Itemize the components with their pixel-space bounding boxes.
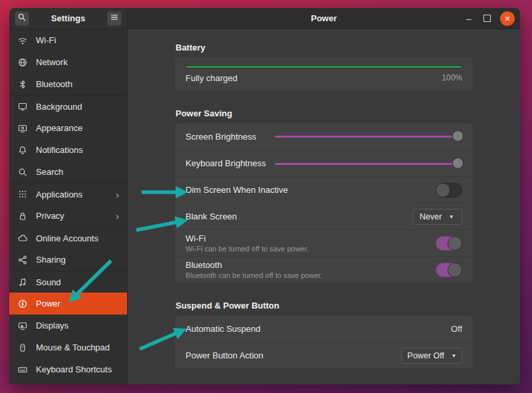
music-note-icon	[17, 277, 28, 287]
sidebar-item-network[interactable]: Network	[9, 51, 127, 73]
sidebar-item-search[interactable]: Search	[9, 161, 127, 183]
chevron-down-icon: ▾	[452, 352, 456, 359]
sidebar-item-label: Applications	[36, 190, 82, 199]
app-grid-icon	[17, 189, 28, 199]
sidebar-item-label: Network	[36, 57, 68, 67]
bluetooth-row: Bluetooth Bluetooth can be turned off to…	[175, 256, 473, 283]
sidebar-item-label: Bluetooth	[36, 79, 72, 89]
sidebar-item-appearance[interactable]: Appearance	[9, 117, 127, 139]
sidebar-item-sound[interactable]: Sound	[9, 271, 127, 293]
wifi-label: Wi-Fi	[186, 233, 309, 243]
battery-section: Battery Fully charged 100%	[174, 43, 473, 91]
sidebar-item-applications[interactable]: Applications ›	[9, 183, 127, 205]
sidebar-item-label: Wi-Fi	[36, 35, 56, 45]
power-panel: Battery Fully charged 100% Power Saving …	[128, 29, 520, 384]
maximize-button[interactable]	[483, 15, 491, 22]
chevron-right-icon: ›	[116, 210, 119, 221]
sidebar-item-label: Sound	[36, 277, 61, 287]
cloud-icon	[17, 233, 28, 243]
lock-icon	[17, 211, 28, 221]
sidebar-headerbar: Settings	[9, 8, 128, 29]
settings-window: Settings Power – × Wi-Fi	[9, 8, 520, 384]
battery-row: Fully charged 100%	[175, 57, 473, 90]
sidebar-item-background[interactable]: Background	[9, 95, 127, 117]
power-button-action-row: Power Button Action Power Off ▾	[175, 342, 473, 368]
sidebar-item-notifications[interactable]: Notifications	[9, 139, 127, 161]
sidebar-item-displays[interactable]: Displays	[9, 315, 127, 336]
battery-progress-fill	[186, 66, 462, 68]
suspend-heading: Suspend & Power Button	[176, 301, 473, 311]
automatic-suspend-row[interactable]: Automatic Suspend Off	[175, 315, 473, 342]
screen-brightness-slider[interactable]	[275, 130, 462, 142]
search-icon	[17, 13, 27, 25]
sidebar-item-label: Online Accounts	[36, 233, 98, 243]
sidebar-item-online-accounts[interactable]: Online Accounts	[9, 227, 127, 249]
wifi-row: Wi-Fi Wi-Fi can be turned off to save po…	[175, 229, 473, 256]
sidebar-item-privacy[interactable]: Privacy ›	[9, 205, 127, 227]
share-icon	[17, 255, 28, 265]
chevron-down-icon: ▾	[450, 213, 453, 220]
sidebar-item-label: Privacy	[36, 211, 65, 221]
automatic-suspend-label: Automatic Suspend	[186, 324, 261, 334]
hamburger-icon	[110, 13, 119, 25]
keyboard-icon	[17, 364, 28, 375]
slider-handle[interactable]	[452, 158, 464, 169]
bluetooth-description: Bluetooth can be turned off to save powe…	[186, 271, 323, 279]
toggle-knob	[436, 183, 450, 197]
power-button-action-dropdown[interactable]: Power Off ▾	[401, 348, 462, 364]
dim-screen-row: Dim Screen When Inactive	[175, 176, 473, 203]
bluetooth-label: Bluetooth	[186, 260, 323, 270]
close-button[interactable]: ×	[500, 11, 515, 26]
sidebar: Wi-Fi Network Bluetooth Background Appea	[9, 29, 128, 384]
display-icon	[17, 321, 28, 331]
bluetooth-toggle[interactable]	[436, 263, 462, 277]
keyboard-brightness-slider[interactable]	[275, 158, 462, 170]
battery-progress	[186, 65, 462, 68]
sidebar-item-label: Appearance	[36, 123, 82, 133]
sidebar-item-mouse-touchpad[interactable]: Mouse & Touchpad	[9, 336, 127, 358]
toggle-knob	[448, 236, 462, 251]
battery-percent: 100%	[442, 73, 462, 82]
sidebar-item-label: Keyboard Shortcuts	[36, 364, 112, 374]
wifi-toggle[interactable]	[436, 236, 462, 251]
battery-status: Fully charged	[186, 73, 237, 83]
blank-screen-value: Never	[420, 212, 442, 221]
sidebar-item-keyboard-shortcuts[interactable]: Keyboard Shortcuts	[9, 358, 127, 380]
mouse-icon	[17, 342, 28, 353]
slider-track	[275, 136, 458, 138]
screen-brightness-label: Screen Brightness	[186, 132, 256, 142]
keyboard-brightness-label: Keyboard Brightness	[186, 158, 266, 168]
power-saving-section: Power Saving Screen Brightness Keyboard …	[174, 108, 473, 283]
sidebar-item-wifi[interactable]: Wi-Fi	[9, 29, 127, 51]
sidebar-item-label: Sharing	[36, 255, 66, 265]
sidebar-item-sharing[interactable]: Sharing	[9, 249, 127, 271]
automatic-suspend-value: Off	[451, 324, 462, 334]
search-button[interactable]	[15, 11, 29, 26]
slider-handle[interactable]	[452, 130, 464, 142]
screen-brightness-row: Screen Brightness	[175, 123, 473, 150]
blank-screen-row: Blank Screen Never ▾	[175, 203, 473, 229]
dim-screen-label: Dim Screen When Inactive	[186, 185, 288, 195]
suspend-section: Suspend & Power Button Automatic Suspend…	[174, 301, 473, 369]
bluetooth-icon	[17, 79, 28, 90]
blank-screen-dropdown[interactable]: Never ▾	[413, 209, 462, 225]
sidebar-item-label: Power	[36, 299, 61, 309]
dim-screen-toggle[interactable]	[436, 183, 462, 197]
toggle-knob	[448, 263, 462, 277]
appearance-icon	[17, 123, 28, 134]
sidebar-item-bluetooth[interactable]: Bluetooth	[9, 73, 127, 95]
wifi-icon	[17, 35, 28, 46]
minimize-button[interactable]: –	[464, 15, 474, 22]
sidebar-item-power[interactable]: Power	[9, 293, 127, 315]
page-title: Power	[311, 13, 336, 23]
menu-button[interactable]	[107, 11, 122, 26]
power-icon	[17, 299, 28, 309]
bell-icon	[17, 145, 28, 156]
sidebar-item-label: Background	[36, 102, 82, 112]
suspend-card: Automatic Suspend Off Power Button Actio…	[174, 315, 473, 369]
sidebar-item-label: Displays	[36, 321, 68, 330]
main-headerbar: Power – ×	[128, 8, 520, 29]
window-controls: – ×	[464, 8, 515, 29]
chevron-right-icon: ›	[116, 189, 119, 200]
background-icon	[17, 101, 28, 112]
